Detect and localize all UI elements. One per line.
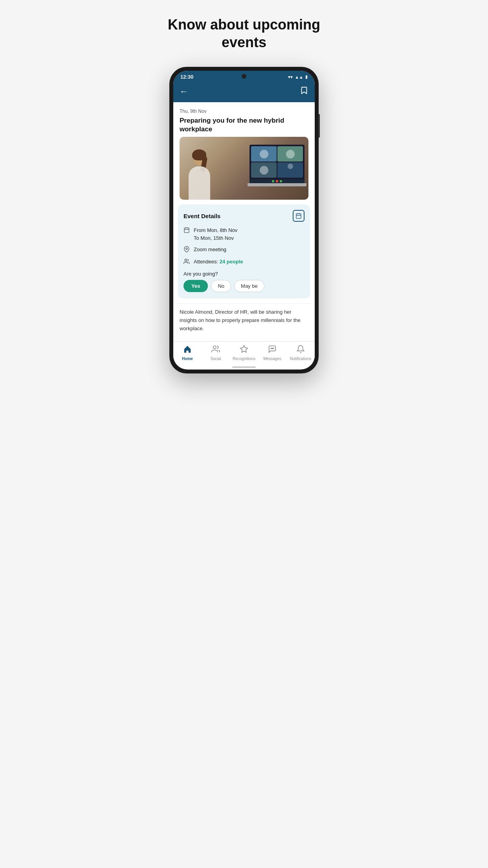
event-date: Thu, 9th Nov xyxy=(180,108,308,114)
nav-home[interactable]: Home xyxy=(173,345,202,361)
scroll-content: Thu, 9th Nov Preparing you for the new h… xyxy=(173,102,315,341)
signal-icon: ▲▲ xyxy=(295,75,303,79)
recognitions-icon xyxy=(240,345,248,355)
going-question: Are you going? xyxy=(183,271,305,277)
home-label: Home xyxy=(182,357,193,361)
bottom-nav: Home Social xyxy=(173,341,315,365)
event-attendees-text: Attendees: 24 people xyxy=(194,258,243,266)
notifications-icon xyxy=(296,345,305,355)
bookmark-button[interactable] xyxy=(300,86,308,97)
event-details-title: Event Details xyxy=(183,213,220,219)
social-label: Social xyxy=(210,357,221,361)
event-image xyxy=(180,137,308,200)
going-buttons: Yes No May be xyxy=(183,280,305,292)
svg-point-10 xyxy=(213,346,216,349)
phone-camera xyxy=(242,74,246,79)
no-button[interactable]: No xyxy=(211,280,231,292)
battery-icon: ▮ xyxy=(305,74,308,79)
event-description: Nicole Almond, Director of HR, will be s… xyxy=(173,303,315,339)
attendees-count-link[interactable]: 24 people xyxy=(220,259,243,265)
nav-recognitions[interactable]: Recognitions xyxy=(230,345,258,361)
calendar-icon xyxy=(183,227,190,235)
laptop-screen xyxy=(250,145,305,179)
event-details-header: Event Details xyxy=(183,210,305,222)
status-time: 12:30 xyxy=(180,74,193,80)
event-title: Preparing you for the new hybrid workpla… xyxy=(180,116,308,134)
svg-marker-11 xyxy=(240,346,248,352)
social-icon xyxy=(211,345,220,355)
svg-point-9 xyxy=(185,259,187,261)
svg-point-13 xyxy=(272,348,273,349)
nav-social[interactable]: Social xyxy=(202,345,230,361)
laptop-container xyxy=(250,145,305,184)
swipe-indicator xyxy=(232,366,256,368)
event-location-row: Zoom meeting xyxy=(183,246,305,254)
svg-point-8 xyxy=(186,248,187,250)
svg-rect-4 xyxy=(184,228,189,233)
page-title: Know about upcoming events xyxy=(165,16,323,51)
app-header: ← xyxy=(173,82,315,102)
wifi-icon: ▾▾ xyxy=(288,74,293,80)
svg-point-12 xyxy=(271,348,272,349)
event-details-card: Event Details xyxy=(178,204,310,298)
svg-point-14 xyxy=(273,348,274,349)
nav-notifications[interactable]: Notifications xyxy=(286,345,315,361)
back-button[interactable]: ← xyxy=(180,87,188,96)
messages-icon xyxy=(268,345,277,355)
yes-button[interactable]: Yes xyxy=(183,280,208,292)
home-icon xyxy=(183,345,192,355)
notifications-label: Notifications xyxy=(290,357,311,361)
event-location-text: Zoom meeting xyxy=(194,246,226,254)
add-to-calendar-button[interactable] xyxy=(293,210,305,222)
phone-frame: 12:30 ▾▾ ▲▲ ▮ ← Thu, 9th Nov Preparing y… xyxy=(169,67,319,373)
messages-label: Messages xyxy=(263,357,281,361)
event-header: Thu, 9th Nov Preparing you for the new h… xyxy=(173,102,315,137)
person-silhouette xyxy=(187,149,219,200)
phone-screen: 12:30 ▾▾ ▲▲ ▮ ← Thu, 9th Nov Preparing y… xyxy=(173,71,315,370)
recognitions-label: Recognitions xyxy=(233,357,255,361)
maybe-button[interactable]: May be xyxy=(234,280,264,292)
event-date-row: From Mon, 8th Nov To Mon, 15th Nov xyxy=(183,226,305,242)
nav-messages[interactable]: Messages xyxy=(258,345,286,361)
status-icons: ▾▾ ▲▲ ▮ xyxy=(288,74,308,80)
going-section: Are you going? Yes No May be xyxy=(183,271,305,292)
location-icon xyxy=(183,246,190,254)
svg-rect-0 xyxy=(296,214,301,219)
event-attendees-row: Attendees: 24 people xyxy=(183,258,305,266)
event-date-text: From Mon, 8th Nov To Mon, 15th Nov xyxy=(194,226,237,242)
attendees-icon xyxy=(183,258,190,266)
